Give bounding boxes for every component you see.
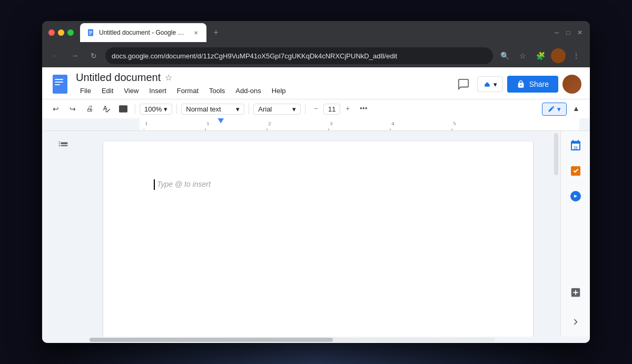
paint-format-button[interactable] (116, 102, 131, 116)
address-bar: ← → ↻ 🔍 ☆ 🧩 ⋮ (42, 44, 590, 67)
svg-rect-7 (55, 84, 60, 85)
reload-button[interactable]: ↻ (86, 48, 101, 63)
toolbar-separator-1 (135, 104, 135, 114)
back-button[interactable]: ← (48, 48, 63, 63)
menu-edit[interactable]: Edit (97, 85, 117, 97)
ruler: 1 1 2 3 4 5 (42, 118, 590, 131)
share-button[interactable]: Share (507, 76, 558, 93)
tab-close-button[interactable]: ✕ (192, 28, 200, 37)
text-cursor (154, 179, 155, 190)
browser-actions: 🔍 ☆ 🧩 ⋮ (497, 48, 584, 63)
docs-sidebar-left (42, 131, 84, 337)
font-dropdown-icon: ▾ (292, 105, 296, 113)
browser-window: Untitled document - Google Doc... ✕ + ─ … (42, 21, 590, 343)
meet-button[interactable] (565, 186, 586, 207)
star-icon[interactable]: ☆ (165, 73, 172, 83)
style-dropdown-icon: ▾ (236, 105, 240, 113)
ruler-svg: 1 1 2 3 4 5 (144, 118, 575, 130)
calendar-button[interactable]: 31 (565, 135, 586, 156)
toolbar-separator-4 (305, 104, 305, 114)
share-label: Share (529, 80, 549, 88)
address-input[interactable] (105, 47, 493, 64)
tasks-button[interactable] (565, 160, 586, 181)
svg-text:5: 5 (453, 121, 456, 126)
zoom-control[interactable]: 100% ▾ (140, 104, 172, 115)
extension-icon[interactable]: 🧩 (533, 48, 548, 63)
vertical-scrollbar[interactable] (552, 131, 560, 337)
horizontal-scrollbar-thumb[interactable] (90, 338, 333, 342)
font-dropdown[interactable]: Arial ▾ (253, 104, 301, 115)
active-tab[interactable]: Untitled document - Google Doc... ✕ (80, 23, 206, 42)
svg-text:1: 1 (145, 121, 147, 126)
toolbar-separator-2 (176, 104, 177, 114)
undo-button[interactable]: ↩ (48, 102, 63, 116)
collab-button[interactable]: ▾ (477, 76, 503, 92)
document-title[interactable]: Untitled document (76, 72, 161, 84)
add-apps-button[interactable] (565, 282, 586, 303)
svg-rect-3 (89, 34, 91, 34)
horizontal-scrollbar[interactable] (90, 338, 495, 342)
minimize-window-button[interactable]: ─ (553, 29, 560, 36)
editing-mode-button[interactable]: ▾ (542, 103, 567, 116)
svg-text:2: 2 (268, 121, 271, 126)
comment-button[interactable] (454, 75, 473, 94)
svg-text:4: 4 (391, 121, 394, 126)
docs-main: Type @ to insert (42, 131, 590, 337)
docs-content-area[interactable]: Type @ to insert (84, 131, 552, 337)
user-avatar[interactable] (562, 75, 581, 94)
docs-header: Untitled document ☆ File Edit View Inser… (42, 67, 590, 99)
svg-rect-5 (55, 79, 63, 80)
restore-window-button[interactable]: □ (565, 29, 572, 36)
font-value: Arial (258, 105, 272, 113)
font-size-input[interactable] (323, 104, 340, 115)
window-action-buttons: ─ □ ✕ (553, 29, 584, 36)
scrollbar-thumb[interactable] (554, 133, 558, 175)
search-icon[interactable]: 🔍 (497, 48, 512, 63)
collapse-toolbar-button[interactable]: ▲ (569, 102, 584, 116)
menu-file[interactable]: File (76, 85, 95, 97)
svg-rect-6 (55, 82, 63, 83)
close-window-button[interactable]: ✕ (576, 29, 584, 36)
svg-rect-1 (89, 31, 92, 32)
minimize-button[interactable] (58, 29, 64, 36)
menu-insert[interactable]: Insert (145, 85, 171, 97)
close-button[interactable] (48, 29, 55, 36)
expand-sidebar-button[interactable] (565, 311, 586, 332)
tab-bar: Untitled document - Google Doc... ✕ + (80, 21, 553, 44)
toolbar-separator-3 (249, 104, 249, 114)
docs-toolbar: ↩ ↪ 🖨 100% ▾ Normal text ▾ (42, 99, 590, 118)
menu-format[interactable]: Format (173, 85, 203, 97)
bookmark-icon[interactable]: ☆ (515, 48, 530, 63)
print-button[interactable]: 🖨 (82, 102, 97, 116)
placeholder-text: Type @ to insert (157, 180, 211, 188)
window-controls (48, 29, 74, 36)
svg-text:1: 1 (206, 121, 209, 126)
increase-font-size-button[interactable]: + (341, 103, 354, 115)
tab-favicon (86, 28, 95, 37)
menu-help[interactable]: Help (268, 85, 290, 97)
menu-addons[interactable]: Add-ons (231, 85, 265, 97)
maximize-button[interactable] (67, 29, 74, 36)
svg-rect-4 (53, 75, 67, 94)
horizontal-scrollbar-area (42, 337, 590, 343)
forward-button[interactable]: → (67, 48, 82, 63)
redo-button[interactable]: ↪ (65, 102, 80, 116)
docs-title-section: Untitled document ☆ File Edit View Inser… (76, 72, 448, 97)
menu-view[interactable]: View (120, 85, 143, 97)
style-dropdown[interactable]: Normal text ▾ (181, 104, 244, 115)
menu-tools[interactable]: Tools (205, 85, 229, 97)
profile-icon[interactable] (551, 48, 566, 63)
spell-check-button[interactable] (99, 102, 114, 116)
svg-text:31: 31 (574, 146, 578, 150)
decrease-font-size-button[interactable]: − (310, 103, 322, 115)
new-tab-button[interactable]: + (209, 25, 223, 40)
zoom-dropdown-icon: ▾ (164, 105, 167, 113)
svg-marker-8 (218, 118, 224, 124)
outline-button[interactable] (53, 135, 74, 156)
docs-page[interactable]: Type @ to insert (103, 141, 533, 337)
more-options-button[interactable]: ••• (356, 102, 371, 116)
docs-logo (51, 74, 70, 95)
user-avatar[interactable] (551, 48, 566, 63)
menu-icon[interactable]: ⋮ (569, 48, 584, 63)
toolbar-right: ▾ ▲ (542, 102, 584, 116)
